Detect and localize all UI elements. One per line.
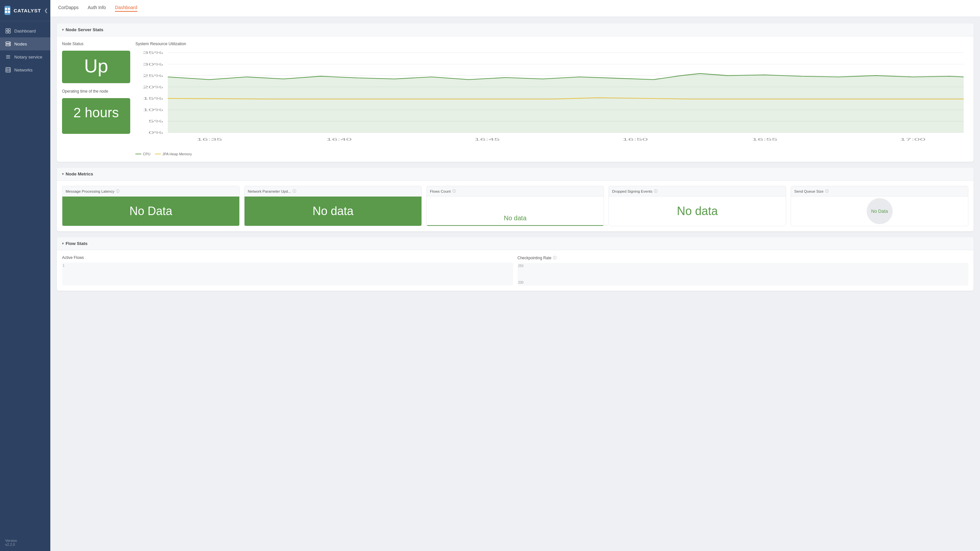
svg-text:25%: 25% [143, 74, 163, 78]
svg-text:15%: 15% [143, 97, 163, 101]
flow-stats-grid: Active Flows 1 Checkpointing Rate ⓘ 250 … [57, 250, 974, 291]
metrics-grid: Message Processing Latency ⓘ No Data Net… [57, 181, 974, 231]
svg-text:16:55: 16:55 [752, 137, 777, 142]
chevron-down-icon: ▾ [62, 28, 64, 32]
svg-text:20%: 20% [143, 85, 163, 89]
tab-auth-info[interactable]: Auth Info [88, 5, 106, 12]
sidebar-item-nodes-label: Nodes [14, 41, 27, 46]
chart-legend: CPU JPA Heap Memory [135, 150, 968, 157]
metric-card-dropped-signing-header: Dropped Signing Events ⓘ [609, 186, 786, 197]
networks-icon [5, 67, 11, 73]
sidebar-item-networks[interactable]: Networks [0, 63, 50, 76]
svg-text:17:00: 17:00 [900, 137, 926, 142]
node-server-stats-section: ▾ Node Server Stats Node Status Up Opera… [57, 23, 974, 162]
content-area: ▾ Node Server Stats Node Status Up Opera… [50, 17, 980, 551]
flow-stats-section: ▾ Flow Stats Active Flows 1 Checkpointin… [57, 237, 974, 291]
metric-card-flows-count-body: No data [427, 197, 604, 226]
topnav: CorDapps Auth Info Dashboard [50, 0, 980, 17]
metric-card-dropped-signing-body: No data [609, 197, 786, 226]
svg-rect-1 [8, 8, 10, 10]
system-resource-chart: 35% 30% 25% 20% 15% 10% 5% 0% [135, 49, 968, 150]
sidebar-toggle-icon[interactable]: ❮ [44, 8, 48, 13]
node-status-column: Node Status Up Operating time of the nod… [62, 41, 130, 157]
svg-rect-4 [6, 29, 8, 30]
node-status-label: Node Status [62, 41, 130, 46]
tab-dashboard[interactable]: Dashboard [115, 5, 137, 12]
operating-time-label: Operating time of the node [62, 89, 130, 94]
notary-service-icon [5, 54, 11, 60]
svg-rect-2 [5, 11, 7, 13]
node-metrics-header: ▾ Node Metrics [57, 168, 974, 181]
operating-time-value: 2 hours [62, 98, 130, 127]
svg-rect-3 [8, 11, 10, 13]
active-flows-card: Active Flows 1 [62, 255, 513, 285]
metric-card-send-queue-body: No Data [791, 197, 968, 226]
sidebar-nav: Dashboard Nodes Notary serv [0, 21, 50, 534]
flow-stats-chevron-icon: ▾ [62, 242, 64, 245]
svg-text:16:50: 16:50 [622, 137, 648, 142]
svg-text:30%: 30% [143, 62, 163, 66]
sidebar-logo: CATALYST ❮ [0, 0, 50, 21]
checkpointing-rate-card: Checkpointing Rate ⓘ 250 200 [518, 255, 969, 285]
tab-cordapps[interactable]: CorDapps [58, 5, 79, 12]
legend-cpu: CPU [135, 152, 150, 156]
node-status-value: Up [62, 51, 130, 81]
send-queue-gauge: No Data [867, 198, 892, 224]
message-processing-info-icon[interactable]: ⓘ [116, 189, 119, 194]
svg-text:10%: 10% [143, 108, 163, 112]
main-content: CorDapps Auth Info Dashboard ▾ Node Serv… [50, 0, 980, 551]
dropped-signing-info-icon[interactable]: ⓘ [654, 189, 657, 194]
sidebar-version: Version v2.2.0 [0, 534, 50, 551]
active-flows-header: Active Flows [62, 255, 513, 260]
node-server-grid: Node Status Up Operating time of the nod… [57, 37, 974, 162]
node-server-stats-header: ▾ Node Server Stats [57, 23, 974, 37]
sidebar-item-nodes[interactable]: Nodes [0, 37, 50, 50]
svg-rect-15 [6, 68, 10, 72]
svg-text:0%: 0% [148, 131, 163, 135]
svg-text:16:40: 16:40 [326, 137, 352, 142]
svg-text:16:35: 16:35 [197, 137, 222, 142]
resource-chart-svg: 35% 30% 25% 20% 15% 10% 5% 0% [135, 49, 968, 150]
sidebar-item-notary-service[interactable]: Notary service [0, 50, 50, 63]
node-status-card: Up [62, 51, 130, 83]
dashboard-icon [5, 28, 11, 34]
metric-card-flows-count-header: Flows Count ⓘ [427, 186, 604, 197]
svg-text:16:45: 16:45 [474, 137, 500, 142]
nodes-icon [5, 41, 11, 47]
svg-rect-7 [8, 31, 10, 33]
system-resource-chart-area: System Resource Utilization 35% 30% 25% … [130, 41, 968, 157]
svg-marker-36 [168, 73, 964, 132]
cpu-legend-line [135, 154, 141, 154]
active-flows-chart: 1 [62, 263, 513, 285]
sidebar: CATALYST ❮ Dashboard [0, 0, 50, 551]
send-queue-info-icon[interactable]: ⓘ [825, 189, 829, 194]
logo-icon [5, 6, 10, 15]
svg-point-11 [10, 45, 10, 46]
metric-card-send-queue: Send Queue Size ⓘ No Data [791, 186, 968, 226]
sidebar-item-notary-service-label: Notary service [14, 54, 42, 59]
node-metrics-chevron-icon: ▾ [62, 172, 64, 176]
sidebar-item-dashboard-label: Dashboard [14, 29, 36, 33]
sidebar-item-dashboard[interactable]: Dashboard [0, 24, 50, 37]
metric-card-dropped-signing: Dropped Signing Events ⓘ No data [609, 186, 786, 226]
network-param-info-icon[interactable]: ⓘ [293, 189, 296, 194]
metric-card-message-processing-header: Message Processing Latency ⓘ [62, 186, 239, 197]
legend-jpa: JPA Heap Memory [155, 152, 192, 156]
metric-card-message-processing-body: No Data [62, 197, 239, 226]
node-metrics-section: ▾ Node Metrics Message Processing Latenc… [57, 168, 974, 231]
flows-count-info-icon[interactable]: ⓘ [452, 189, 456, 194]
metric-card-network-param-header: Network Parameter Upd... ⓘ [245, 186, 422, 197]
metric-card-network-param: Network Parameter Upd... ⓘ No data [244, 186, 422, 226]
metric-card-message-processing: Message Processing Latency ⓘ No Data [62, 186, 240, 226]
jpa-legend-line [155, 154, 161, 154]
svg-rect-5 [8, 29, 10, 30]
svg-rect-6 [6, 31, 8, 33]
logo-text: CATALYST [14, 8, 41, 13]
checkpointing-rate-chart: 250 200 [518, 263, 969, 285]
svg-point-10 [10, 43, 10, 43]
flow-stats-header: ▾ Flow Stats [57, 237, 974, 250]
system-resource-title: System Resource Utilization [135, 41, 968, 46]
checkpointing-rate-info-icon[interactable]: ⓘ [553, 255, 557, 260]
metric-card-send-queue-header: Send Queue Size ⓘ [791, 186, 968, 197]
checkpointing-rate-header: Checkpointing Rate ⓘ [518, 255, 969, 260]
